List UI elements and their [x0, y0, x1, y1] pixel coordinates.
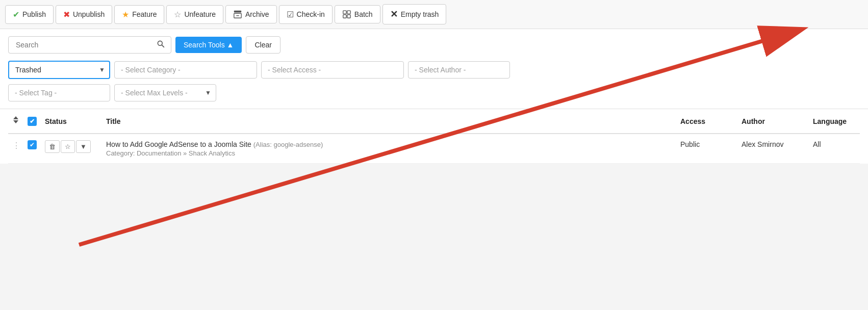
status-column-header[interactable]: Status — [41, 109, 102, 134]
status-header-label: Status — [45, 117, 67, 125]
author-filter-wrap: - Select Author - — [408, 61, 510, 79]
maxlevels-filter[interactable]: - Select Max Levels - 1 2 3 4 5 — [114, 84, 216, 101]
clear-label: Clear — [254, 41, 271, 49]
language-header-label: Language — [813, 117, 847, 125]
access-header-label: Access — [680, 117, 705, 125]
category-filter[interactable]: - Select Category - — [114, 61, 257, 79]
batch-icon — [342, 10, 351, 19]
checkin-button[interactable]: ☑ Check-in — [279, 5, 333, 24]
access-filter-wrap: - Select Access - — [261, 61, 404, 79]
article-alias: (Alias: google-adsense) — [253, 141, 323, 148]
svg-marker-10 — [13, 120, 18, 123]
sort-icon — [12, 116, 19, 126]
row-language-value: All — [813, 140, 821, 148]
row-status-cell: 🗑 ☆ ▼ — [41, 134, 102, 164]
unfeature-label: Unfeature — [184, 10, 215, 18]
checkin-icon: ☑ — [287, 10, 294, 19]
feature-button[interactable]: ★ Feature — [114, 5, 164, 24]
row-actions: 🗑 ☆ ▼ — [45, 140, 98, 153]
unpublish-icon: ✖ — [63, 10, 70, 19]
svg-rect-4 — [347, 11, 350, 14]
checkin-label: Check-in — [297, 10, 325, 18]
search-tools-button[interactable]: Search Tools ▲ — [175, 37, 242, 53]
clear-button[interactable]: Clear — [246, 36, 280, 54]
row-checkbox-cell[interactable]: ✔ — [23, 134, 41, 164]
row-more-button[interactable]: ▼ — [76, 140, 91, 153]
author-header-label: Author — [742, 117, 765, 125]
search-tools-label: Search Tools ▲ — [184, 41, 234, 49]
svg-line-8 — [162, 45, 164, 47]
svg-rect-3 — [343, 11, 346, 14]
status-filter-wrap: Trashed Published Unpublished Archived ▼ — [8, 61, 110, 79]
publish-button[interactable]: ✔ Publish — [5, 5, 54, 24]
svg-marker-9 — [13, 116, 18, 119]
search-input-wrap — [8, 36, 171, 54]
sort-header[interactable] — [8, 109, 23, 134]
archive-label: Archive — [245, 10, 269, 18]
articles-table: ✔ Status Title Access Author Language — [8, 109, 860, 164]
feature-icon: ★ — [122, 10, 129, 19]
language-column-header[interactable]: Language — [809, 109, 860, 134]
trash-icon: 🗑 — [49, 143, 56, 150]
svg-rect-6 — [347, 15, 350, 18]
tag-filter[interactable]: - Select Tag - — [8, 84, 110, 101]
category-filter-wrap: - Select Category - — [114, 61, 257, 79]
table-header-row: ✔ Status Title Access Author Language — [8, 109, 860, 134]
access-column-header[interactable]: Access — [676, 109, 737, 134]
tag-filter-wrap: - Select Tag - — [8, 84, 110, 101]
batch-button[interactable]: Batch — [335, 5, 380, 24]
row-access-cell: Public — [676, 134, 737, 164]
row-author-value: Alex Smirnov — [742, 140, 783, 148]
table-row: ⋮ ✔ 🗑 ☆ ▼ — [8, 134, 860, 164]
search-row: Search Tools ▲ Clear — [8, 36, 860, 54]
unfeature-button[interactable]: ☆ Unfeature — [166, 5, 223, 24]
search-icon — [157, 40, 165, 48]
batch-label: Batch — [354, 10, 373, 18]
feature-label: Feature — [132, 10, 157, 18]
title-header-label: Title — [106, 117, 121, 125]
unpublish-button[interactable]: ✖ Unpublish — [56, 5, 112, 24]
unfeature-icon: ☆ — [174, 10, 181, 19]
table-wrap: ✔ Status Title Access Author Language — [0, 109, 868, 164]
row-star-button[interactable]: ☆ — [61, 140, 75, 153]
access-filter[interactable]: - Select Access - — [261, 61, 404, 79]
row-trash-button[interactable]: 🗑 — [45, 140, 60, 153]
search-input[interactable] — [13, 37, 155, 53]
svg-rect-0 — [234, 11, 241, 13]
row-author-cell: Alex Smirnov — [737, 134, 809, 164]
search-submit-button[interactable] — [155, 38, 167, 52]
publish-icon: ✔ — [13, 10, 19, 19]
row-drag-handle[interactable]: ⋮ — [8, 134, 23, 164]
empty-trash-icon: ✕ — [390, 9, 398, 20]
author-filter[interactable]: - Select Author - — [408, 61, 510, 79]
search-area: Search Tools ▲ Clear Trashed Published U… — [0, 29, 868, 109]
status-filter[interactable]: Trashed Published Unpublished Archived — [8, 61, 110, 79]
toolbar: ✔ Publish ✖ Unpublish ★ Feature ☆ Unfeat… — [0, 0, 868, 29]
row-access-value: Public — [680, 140, 700, 148]
article-category: Category: Documentation » Shack Analytic… — [106, 149, 672, 157]
filter-row-2: - Select Tag - - Select Max Levels - 1 2… — [8, 84, 860, 101]
row-title: How to Add Google AdSense to a Joomla Si… — [106, 140, 672, 148]
publish-label: Publish — [22, 10, 46, 18]
drag-icon: ⋮ — [12, 141, 19, 150]
select-all-checkbox[interactable]: ✔ — [28, 117, 37, 126]
row-checkbox[interactable]: ✔ — [28, 140, 37, 149]
unpublish-label: Unpublish — [73, 10, 105, 18]
row-title-cell: How to Add Google AdSense to a Joomla Si… — [102, 134, 676, 164]
empty-trash-label: Empty trash — [401, 10, 439, 18]
chevron-down-icon: ▼ — [80, 143, 87, 150]
title-column-header[interactable]: Title — [102, 109, 676, 134]
author-column-header[interactable]: Author — [737, 109, 809, 134]
row-language-cell: All — [809, 134, 860, 164]
maxlevels-filter-wrap: - Select Max Levels - 1 2 3 4 5 ▼ — [114, 84, 216, 101]
archive-icon — [233, 10, 242, 19]
filter-row-1: Trashed Published Unpublished Archived ▼… — [8, 61, 860, 79]
checkbox-header[interactable]: ✔ — [23, 109, 41, 134]
svg-rect-5 — [343, 15, 346, 18]
article-title[interactable]: How to Add Google AdSense to a Joomla Si… — [106, 140, 251, 148]
empty-trash-button[interactable]: ✕ Empty trash — [382, 4, 447, 24]
archive-button[interactable]: Archive — [225, 5, 277, 24]
star-icon: ☆ — [65, 143, 71, 150]
